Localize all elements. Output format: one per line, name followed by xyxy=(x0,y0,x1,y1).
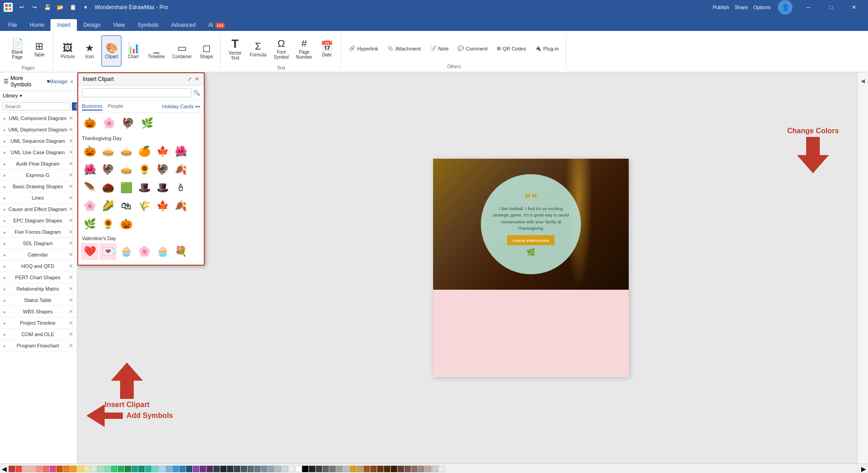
clipart-tab-business[interactable]: Business xyxy=(82,102,102,111)
clipart-item[interactable]: 🎩 xyxy=(136,179,153,196)
color-swatch[interactable] xyxy=(70,466,76,472)
clipart-item[interactable]: 🥧 xyxy=(117,161,135,178)
color-swatch[interactable] xyxy=(227,466,233,472)
sidebar-item-audit-flow[interactable]: ▸ Audit Flow Diagram ✕ xyxy=(0,158,77,170)
clipart-item[interactable]: 💐 xyxy=(172,243,189,260)
color-swatch[interactable] xyxy=(193,466,199,472)
clipart-item[interactable]: 🌰 xyxy=(99,179,116,196)
save-button[interactable]: 💾 xyxy=(42,2,53,13)
color-swatch[interactable] xyxy=(254,466,261,472)
clipart-item[interactable]: 🛍 xyxy=(117,197,135,215)
sidebar-item-project-timeline[interactable]: ▸ Project Timeline ✕ xyxy=(0,317,77,329)
clipart-item[interactable]: 🟩 xyxy=(117,179,135,196)
attachment-button[interactable]: 📎 Attachment xyxy=(384,42,424,55)
clipart-item[interactable]: 🎩 xyxy=(154,179,171,196)
clipart-item[interactable]: 🥧 xyxy=(117,143,135,160)
greeting-card[interactable]: ❝❝ I like football. I find it's an excit… xyxy=(433,159,629,377)
right-panel-collapse-icon[interactable]: ◀ xyxy=(861,78,865,84)
clipart-item[interactable]: 🎃 xyxy=(81,115,98,132)
color-swatch[interactable] xyxy=(425,466,431,472)
table-button[interactable]: ⊞ Table xyxy=(29,34,49,65)
sidebar-collapse-button[interactable]: « xyxy=(70,78,73,85)
sidebar-item-pert-chart[interactable]: ▸ PERT Chart Shapes ✕ xyxy=(0,272,77,283)
palette-nav-right[interactable]: ▶ xyxy=(861,465,866,473)
open-button[interactable]: 📂 xyxy=(55,2,66,13)
new-button[interactable]: 📋 xyxy=(67,2,78,13)
color-swatch[interactable] xyxy=(97,466,104,472)
sidebar-search-input[interactable] xyxy=(3,102,70,111)
color-swatch[interactable] xyxy=(295,466,302,472)
clipart-item[interactable]: 🌽 xyxy=(99,197,116,215)
sidebar-item-calendar[interactable]: ▸ Calendar ✕ xyxy=(0,249,77,261)
clipart-item[interactable]: 🌺 xyxy=(81,161,98,178)
color-swatch[interactable] xyxy=(186,466,192,472)
clipart-item[interactable]: 🧁 xyxy=(154,243,171,260)
sidebar-item-status-table[interactable]: ▸ Status Table ✕ xyxy=(0,295,77,306)
clipart-item[interactable]: 🌿 xyxy=(81,216,98,233)
holiday-cards-link[interactable]: Holiday Cards ••• xyxy=(162,104,200,109)
sidebar-item-uml-use-case[interactable]: ▸ UML Use Case Diagram ✕ xyxy=(0,147,77,158)
tab-view[interactable]: View xyxy=(107,19,131,31)
close-button[interactable]: ✕ xyxy=(843,0,864,15)
color-swatch[interactable] xyxy=(131,466,138,472)
color-swatch[interactable] xyxy=(432,466,438,472)
color-swatch[interactable] xyxy=(377,466,384,472)
color-swatch[interactable] xyxy=(247,466,254,472)
color-swatch[interactable] xyxy=(439,466,445,472)
sidebar-item-cause-effect[interactable]: ▸ Cause and Effect Diagram ✕ xyxy=(0,204,77,215)
color-swatch[interactable] xyxy=(43,466,49,472)
color-swatch[interactable] xyxy=(343,466,349,472)
color-swatch[interactable] xyxy=(241,466,247,472)
color-swatch[interactable] xyxy=(29,466,35,472)
color-swatch[interactable] xyxy=(9,466,15,472)
qr-codes-button[interactable]: ⊞ QR Codes xyxy=(493,42,530,55)
clipart-item[interactable]: 🕯 xyxy=(172,179,189,196)
sidebar-manage-button[interactable]: Manage xyxy=(50,79,68,84)
color-swatch[interactable] xyxy=(309,466,315,472)
color-swatch[interactable] xyxy=(350,466,356,472)
tab-ai[interactable]: Ai Hot xyxy=(202,19,231,31)
clipart-panel-expand-button[interactable]: ⤢ xyxy=(187,76,192,82)
tab-advanced[interactable]: Advanced xyxy=(165,19,202,31)
clipart-item[interactable]: 🥧 xyxy=(99,143,116,160)
sidebar-item-sdl[interactable]: ▸ SDL Diagram ✕ xyxy=(0,238,77,249)
date-button[interactable]: 📅 Date xyxy=(317,34,337,65)
color-swatch[interactable] xyxy=(104,466,111,472)
color-swatch[interactable] xyxy=(22,466,29,472)
blank-page-button[interactable]: 📄 BlankPage xyxy=(7,34,27,65)
color-swatch[interactable] xyxy=(125,466,131,472)
sidebar-item-epc[interactable]: ▸ EPC Diagram Shapes ✕ xyxy=(0,215,77,226)
color-swatch[interactable] xyxy=(111,466,117,472)
color-swatch[interactable] xyxy=(404,466,411,472)
sidebar-item-uml-component[interactable]: ▸ UML Component Diagram ✕ xyxy=(0,113,77,124)
sidebar-item-relationship-matrix[interactable]: ▸ Relationship Matrix ✕ xyxy=(0,283,77,295)
color-swatch[interactable] xyxy=(15,466,22,472)
color-swatch[interactable] xyxy=(323,466,329,472)
clipart-item[interactable]: 🍁 xyxy=(154,197,171,215)
color-swatch[interactable] xyxy=(398,466,404,472)
color-swatch[interactable] xyxy=(152,466,158,472)
color-swatch[interactable] xyxy=(411,466,418,472)
color-swatch[interactable] xyxy=(207,466,213,472)
sidebar-item-five-forces[interactable]: ▸ Five Forces Diagram ✕ xyxy=(0,226,77,238)
clipart-item[interactable]: 🌸 xyxy=(100,115,117,132)
sidebar-item-wbs-shapes[interactable]: ▸ WBS Shapes ✕ xyxy=(0,306,77,317)
sidebar-item-hoq-qfd[interactable]: ▸ HOQ and QFD ✕ xyxy=(0,261,77,272)
tab-design[interactable]: Design xyxy=(77,19,106,31)
color-swatch[interactable] xyxy=(418,466,424,472)
sidebar-item-com-ole[interactable]: ▸ COM and OLE ✕ xyxy=(0,329,77,340)
chart-button[interactable]: 📊 Chart xyxy=(123,35,143,66)
clipart-item[interactable]: 🌺 xyxy=(172,143,189,160)
color-swatch[interactable] xyxy=(77,466,83,472)
clipart-item[interactable]: 🍂 xyxy=(172,161,189,178)
color-swatch[interactable] xyxy=(261,466,267,472)
clipart-item[interactable]: 🎃 xyxy=(117,216,135,233)
tab-home[interactable]: Home xyxy=(23,19,50,31)
clipart-item[interactable]: 🍊 xyxy=(136,143,153,160)
clipart-item[interactable]: 🌸 xyxy=(81,197,98,215)
color-swatch[interactable] xyxy=(302,466,308,472)
vector-text-button[interactable]: T VectorText xyxy=(225,34,245,65)
clipart-item[interactable]: 🦃 xyxy=(154,161,171,178)
color-swatch[interactable] xyxy=(172,466,179,472)
page-number-button[interactable]: # PageNumber xyxy=(293,34,315,65)
